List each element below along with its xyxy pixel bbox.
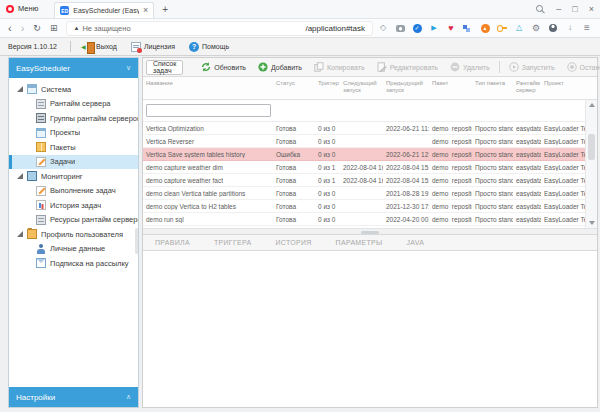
column-header-status[interactable]: Статус [273, 77, 315, 99]
cell-status: Готова [273, 164, 315, 171]
tree-group-monitoring[interactable]: Мониторинг [9, 169, 138, 184]
cell-package_type: Просто stand [472, 177, 513, 184]
tree-group-system[interactable]: Система [9, 82, 138, 97]
cell-runtime_server: easydata [513, 216, 541, 223]
maximize-button[interactable]: □ [572, 4, 577, 14]
cell-package_type: Просто stand [472, 151, 513, 158]
cell-trigger: 0 из 0 [315, 216, 340, 223]
help-button[interactable]: Помощь [182, 38, 236, 55]
bottom-tab-rules[interactable]: ПРАВИЛА [143, 239, 202, 246]
tab-task-list[interactable]: Список задач [146, 60, 183, 75]
browser-tab[interactable]: ED EasyScheduler (EasyData) × [54, 2, 154, 18]
column-header-name[interactable]: Название [143, 77, 273, 99]
back-button[interactable]: ‹ [8, 22, 12, 34]
tree-item-runtime-servers[interactable]: Рантайм сервера [9, 97, 138, 112]
tree-item-runtime-server-groups[interactable]: Группы рантайм серверов [9, 111, 138, 126]
task-row[interactable]: Vertica ReverserГотова0 из 0demo_reposit… [143, 135, 597, 148]
security-badge[interactable]: ▲ Не защищено [73, 24, 130, 33]
expander-icon[interactable] [17, 231, 23, 237]
scrollbar-down-icon[interactable] [589, 221, 595, 225]
main-panel: Список задач ОбновитьДобавитьКопироватьР… [142, 57, 598, 408]
scrollbar-up-icon[interactable] [589, 103, 595, 107]
address-bar[interactable]: ▲ Не защищено /application#task [66, 21, 373, 36]
new-tab-button[interactable]: + [162, 4, 168, 15]
grid-scrollbar[interactable] [585, 100, 597, 228]
tree-item-projects[interactable]: Проекты [9, 126, 138, 141]
scrollbar-thumb[interactable] [588, 134, 595, 160]
bottom-tab-history[interactable]: ИСТОРИЯ [263, 239, 323, 246]
name-filter-input[interactable] [146, 104, 271, 117]
sidebar-header[interactable]: EasyScheduler ∨ [9, 58, 138, 78]
tree-item-runtime-server-resources[interactable]: Ресурсы рантайм серверов [9, 213, 138, 228]
tree-item-task-history[interactable]: История задач [9, 198, 138, 213]
run-button[interactable]: Запустить [503, 62, 561, 72]
task-row[interactable]: demo capture weather factГотова0 из 1202… [143, 174, 597, 187]
close-button[interactable]: × [589, 4, 594, 14]
column-header-package[interactable]: Пакет [429, 77, 472, 99]
workspaces-icon[interactable] [463, 23, 473, 33]
app-toolbar: Версия 1.10.12 ВыходЛицензияПомощь [0, 38, 600, 56]
add-button[interactable]: Добавить [252, 62, 308, 72]
bookmarks-heart-icon[interactable] [446, 23, 456, 33]
sidebar: EasyScheduler ∨ СистемаРантайм сервераГр… [8, 57, 139, 408]
run-label: Запустить [522, 64, 555, 71]
forward-button[interactable]: › [21, 22, 25, 34]
drive-triangle-icon[interactable] [514, 23, 524, 33]
column-header-prev_run[interactable]: Предыдущий запуск [383, 77, 429, 99]
task-row[interactable]: demo clean Vertica table partitionsГотов… [143, 187, 597, 200]
tree-group-user-profile[interactable]: Профиль пользователя [9, 227, 138, 242]
grid-column-headers: НазваниеСтатусТриггерСледующий запускПре… [143, 77, 597, 100]
bottom-tab-parameters[interactable]: ПАРАМЕТРЫ [324, 239, 395, 246]
column-header-next_run[interactable]: Следующий запуск [340, 77, 383, 99]
browser-menu-button[interactable]: Меню [0, 0, 44, 18]
reload-button[interactable]: ↻ [33, 23, 41, 33]
cell-project: EasyLoader Tes [541, 190, 587, 197]
logout-button[interactable]: Выход [76, 38, 124, 55]
tree-item-task-execution[interactable]: Выполнение задач [9, 184, 138, 199]
column-header-trigger[interactable]: Триггер [315, 77, 340, 99]
task-row[interactable]: demo capture weather dimГотова0 из 12022… [143, 161, 597, 174]
password-key-icon[interactable] [497, 23, 507, 33]
download-icon[interactable] [565, 23, 575, 33]
expander-icon[interactable] [17, 86, 23, 92]
profile-icon[interactable] [548, 23, 558, 33]
stop-button[interactable]: Остановить [561, 62, 600, 72]
cell-package: demo_repositor [429, 216, 472, 223]
search-icon[interactable] [536, 5, 545, 14]
snapshot-icon[interactable] [395, 23, 405, 33]
speed-dial-icon[interactable]: ⊞ [50, 23, 58, 33]
license-button[interactable]: Лицензия [124, 38, 182, 55]
column-header-project[interactable]: Проект [541, 77, 587, 99]
bottom-tab-triggers[interactable]: ТРИГГЕРА [202, 239, 264, 246]
task-row[interactable]: demo run sqlГотова0 из 02022-04-20 00:0d… [143, 213, 597, 226]
splitter[interactable] [143, 228, 597, 235]
tree-item-tasks[interactable]: Задачи [9, 155, 138, 170]
column-header-package_type[interactable]: Тип пакета [472, 77, 513, 99]
column-header-runtime_server[interactable]: Рантайм сервер [513, 77, 541, 99]
easy-setup-icon[interactable] [582, 23, 592, 33]
refresh-label: Обновить [214, 64, 246, 71]
cell-package_type: Просто stand [472, 138, 513, 145]
edit-button[interactable]: Редактировать [371, 62, 444, 72]
tree-item-mail-subscription[interactable]: Подписка на рассылку [9, 256, 138, 271]
task-row[interactable]: demo copy Vertica to H2 tablesГотова0 из… [143, 200, 597, 213]
gear-icon[interactable] [531, 23, 541, 33]
extension-icon[interactable] [378, 23, 388, 33]
shield-icon[interactable] [480, 23, 490, 33]
tree-item-personal-data[interactable]: Личные данные [9, 242, 138, 257]
tab-close-icon[interactable]: × [143, 6, 148, 15]
delete-button[interactable]: Удалить [444, 62, 496, 72]
bottom-tab-java[interactable]: JAVA [395, 239, 437, 246]
tree-item-packages[interactable]: Пакеты [9, 140, 138, 155]
task-row[interactable]: Vertica OptimizationГотова0 из 02022-06-… [143, 122, 597, 135]
task-row[interactable]: Vertica Save system tables historyОшибка… [143, 148, 597, 161]
sidebar-footer-settings[interactable]: Настройки ∧ [9, 387, 138, 407]
refresh-button[interactable]: Обновить [195, 62, 252, 72]
vpn-badge-icon[interactable] [412, 23, 422, 33]
expander-icon[interactable] [17, 173, 23, 179]
minimize-button[interactable]: – [556, 4, 561, 14]
messenger-icon[interactable] [429, 23, 439, 33]
mail-icon [36, 258, 46, 268]
cell-prev_run: 2022-08-04 15:0 [383, 177, 429, 184]
copy-button[interactable]: Копировать [308, 62, 371, 72]
